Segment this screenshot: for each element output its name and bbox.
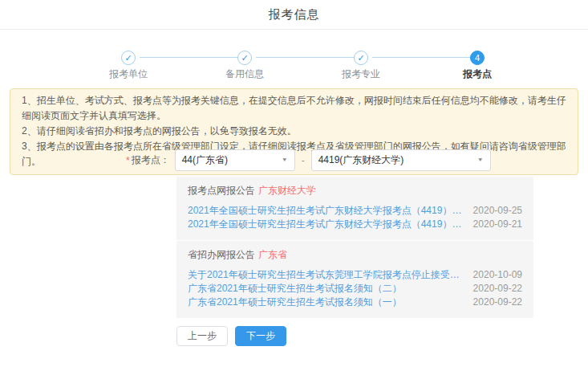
announcement-link[interactable]: 广东省2021年硕士研究生招生考试报名须知（一） xyxy=(188,296,402,309)
panel-title: 报考点网报公告广东财经大学 xyxy=(188,185,522,197)
notice-line-2: 2、请仔细阅读省招办和报考点的网报公告，以免导致报名无效。 xyxy=(22,124,566,139)
application-info-page: 报考信息 ✓ ✓ ✓ 4 报考单位 备用信息 报考专业 报考点 1、招生单位、考… xyxy=(0,0,588,367)
list-item: 2021年全国硕士研究生招生考试广东财经大学报考点（4419）现场确认、下载准考… xyxy=(188,204,522,218)
announcement-list: 2021年全国硕士研究生招生考试广东财经大学报考点（4419）现场确认、下载准考… xyxy=(188,204,522,231)
next-step-button[interactable]: 下一步 xyxy=(235,326,286,346)
previous-step-button[interactable]: 上一步 xyxy=(176,326,228,346)
check-icon: ✓ xyxy=(357,54,364,63)
exam-site-announcements-panel: 报考点网报公告广东财经大学 2021年全国硕士研究生招生考试广东财经大学报考点（… xyxy=(176,177,533,240)
announcement-list: 关于2021年硕士研究生招生考试东莞理工学院报考点停止接受考生报名的公告 202… xyxy=(188,268,522,309)
announcement-date: 2020-09-21 xyxy=(473,218,522,231)
panel-title-highlight: 广东财经大学 xyxy=(258,185,316,196)
step-1-circle: ✓ xyxy=(121,51,136,65)
step-connector xyxy=(140,57,237,58)
exam-site-select-value: 4419(广东财经大学) xyxy=(318,153,404,167)
step-2-circle: ✓ xyxy=(237,51,252,65)
announcement-date: 2020-10-09 xyxy=(473,268,522,282)
step-1-label: 报考单位 xyxy=(88,67,168,81)
province-select[interactable]: 44(广东省) ▼ xyxy=(175,149,295,171)
announcement-date: 2020-09-22 xyxy=(473,296,522,309)
announcement-link[interactable]: 2021年全国硕士研究生招生考试广东财经大学报考点（4419）现场确认、下载准考… xyxy=(188,204,464,218)
required-asterisk: * xyxy=(126,155,130,166)
page-header: 报考信息 xyxy=(0,0,588,30)
notice-line-1: 1、招生单位、考试方式、报考点等为报考关键信息，在提交信息后不允许修改，网报时间… xyxy=(22,93,566,124)
chevron-down-icon: ▼ xyxy=(282,157,288,163)
step-3-circle: ✓ xyxy=(354,51,368,65)
step-2-label: 备用信息 xyxy=(205,67,285,81)
list-item: 关于2021年硕士研究生招生考试东莞理工学院报考点停止接受考生报名的公告 202… xyxy=(188,268,522,282)
chevron-down-icon: ▼ xyxy=(477,157,484,163)
announcement-link[interactable]: 关于2021年硕士研究生招生考试东莞理工学院报考点停止接受考生报名的公告 xyxy=(188,268,464,282)
announcement-date: 2020-09-22 xyxy=(473,282,522,296)
list-item: 2021年全国硕士研究生招生考试广东财经大学报考点（4419）公告（必读） 20… xyxy=(188,218,522,231)
step-connector xyxy=(256,57,354,58)
exam-site-label: 报考点： xyxy=(132,153,170,167)
announcement-link[interactable]: 2021年全国硕士研究生招生考试广东财经大学报考点（4419）公告（必读） xyxy=(188,218,464,231)
panel-title-text: 省招办网报公告 xyxy=(188,249,255,260)
list-item: 广东省2021年硕士研究生招生考试报名须知（二） 2020-09-22 xyxy=(188,282,522,296)
panel-title-text: 报考点网报公告 xyxy=(188,185,255,196)
panel-title-highlight: 广东省 xyxy=(258,249,287,260)
select-separator: - xyxy=(302,155,305,166)
step-4-label: 报考点 xyxy=(437,67,517,81)
step-3-label: 报考专业 xyxy=(321,67,401,81)
announcement-date: 2020-09-25 xyxy=(473,204,522,218)
panel-title: 省招办网报公告广东省 xyxy=(188,249,522,261)
wizard-buttons: 上一步 下一步 xyxy=(176,326,286,346)
page-title: 报考信息 xyxy=(269,7,320,22)
list-item: 广东省2021年硕士研究生招生考试报名须知（一） 2020-09-22 xyxy=(188,296,522,309)
exam-site-form-row: * 报考点： 44(广东省) ▼ - 4419(广东财经大学) ▼ xyxy=(126,149,491,171)
exam-site-select[interactable]: 4419(广东财经大学) ▼ xyxy=(311,149,491,171)
province-announcements-panel: 省招办网报公告广东省 关于2021年硕士研究生招生考试东莞理工学院报考点停止接受… xyxy=(176,241,533,318)
province-select-value: 44(广东省) xyxy=(182,153,228,167)
step-connector xyxy=(372,57,470,58)
check-icon: ✓ xyxy=(124,54,132,63)
check-icon: ✓ xyxy=(241,54,248,63)
step-4-number: 4 xyxy=(475,54,480,63)
announcement-link[interactable]: 广东省2021年硕士研究生招生考试报名须知（二） xyxy=(188,282,402,296)
step-4-circle: 4 xyxy=(470,51,485,65)
